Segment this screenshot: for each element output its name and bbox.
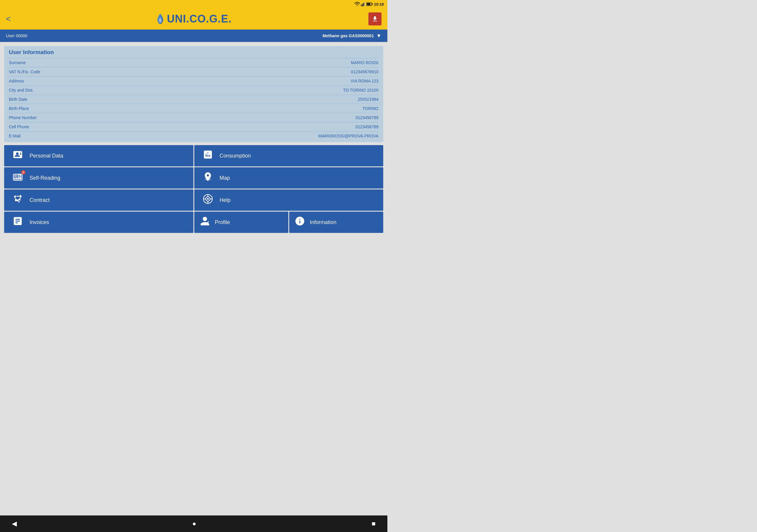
svg-rect-13 — [16, 178, 17, 179]
person-card-icon — [11, 149, 24, 162]
info-row: Address VIA ROMA 123 — [9, 76, 378, 85]
signal-icon — [361, 2, 365, 6]
self-reading-label: Self-Reading — [30, 175, 60, 181]
status-time: 10:18 — [374, 2, 384, 7]
logo-text: UNI.CO.G.E. — [167, 13, 231, 25]
contract-label-menu: Contract — [30, 197, 50, 203]
info-value: 25/01/1994 — [358, 97, 378, 102]
svg-point-9 — [209, 151, 211, 153]
svg-rect-12 — [14, 178, 16, 179]
notification-badge: 0 — [21, 170, 25, 174]
info-label: City and Dist. — [9, 88, 33, 93]
consumption-label: Consumption — [220, 153, 251, 159]
dropdown-arrow-icon[interactable]: ▼ — [376, 33, 381, 39]
menu-item-help[interactable]: Help — [194, 190, 383, 211]
sub-header: User 00000 Methane gas GAS0000001 ▼ — [0, 30, 387, 42]
chart-bar-icon — [201, 149, 214, 162]
info-row: E-Mail MARIOROSSI@PROVA.PROVA — [9, 131, 378, 140]
svg-rect-1 — [362, 4, 363, 6]
info-value: TO TORINO 10100 — [343, 88, 378, 93]
svg-point-20 — [207, 198, 209, 200]
menu-grid: Personal Data Consumption — [4, 145, 383, 233]
svg-rect-5 — [367, 3, 370, 5]
download-icon — [371, 15, 378, 22]
info-rows: Surname MARIO ROSSI VAT N./Fis. Code 012… — [9, 58, 378, 140]
info-value: 0123456789 — [355, 124, 378, 129]
info-label: Phone Number — [9, 115, 37, 120]
info-row: Birth Place TORINO — [9, 104, 378, 113]
svg-rect-0 — [361, 4, 362, 6]
menu-item-information[interactable]: Information — [289, 212, 383, 233]
menu-bottom-right: Profile Information — [194, 212, 383, 233]
battery-icon — [366, 2, 373, 6]
svg-rect-3 — [365, 2, 365, 6]
info-value: MARIOROSSI@PROVA.PROVA — [318, 133, 378, 138]
info-label: Cell Phone — [9, 124, 29, 129]
info-label: Surname — [9, 60, 26, 65]
menu-item-personal-data[interactable]: Personal Data — [4, 145, 194, 166]
info-row: Birth Date 25/01/1994 — [9, 95, 378, 104]
info-value: TORINO — [363, 106, 378, 111]
menu-item-invoices[interactable]: Invoices — [4, 212, 194, 233]
svg-point-7 — [205, 153, 207, 154]
svg-rect-15 — [19, 178, 21, 179]
svg-point-8 — [207, 153, 208, 155]
header: < UNI.CO.G.E. — [0, 8, 387, 30]
profile-label: Profile — [215, 219, 230, 225]
info-label: E-Mail — [9, 133, 21, 138]
information-label: Information — [310, 219, 337, 225]
wifi-icon — [354, 2, 360, 6]
download-button[interactable] — [369, 13, 381, 25]
svg-rect-14 — [18, 178, 19, 179]
invoice-icon — [11, 216, 24, 229]
contract-label: Methane gas GAS0000001 — [322, 33, 374, 38]
info-label: VAT N./Fis. Code — [9, 70, 41, 74]
user-info-title: User Information — [9, 49, 378, 56]
status-bar: 10:18 — [0, 0, 387, 8]
info-row: Phone Number 0123456789 — [9, 113, 378, 122]
info-value: 0123456789 — [355, 115, 378, 120]
help-circle-icon — [201, 193, 214, 207]
user-info-panel: User Information Surname MARIO ROSSI VAT… — [4, 46, 383, 142]
info-label: Birth Date — [9, 97, 27, 102]
info-value: VIA ROMA 123 — [351, 79, 378, 83]
info-label: Birth Place — [9, 106, 29, 111]
help-label: Help — [220, 197, 231, 203]
info-row: Surname MARIO ROSSI — [9, 58, 378, 67]
map-pin-icon — [201, 171, 214, 185]
info-value: MARIO ROSSI — [351, 60, 378, 65]
contract-info: Methane gas GAS0000001 ▼ — [322, 33, 381, 39]
map-label: Map — [220, 175, 230, 181]
info-row: Cell Phone 0123456789 — [9, 122, 378, 131]
status-icons: 10:18 — [354, 2, 384, 7]
svg-rect-11 — [14, 175, 17, 177]
info-circle-icon — [293, 216, 306, 229]
info-label: Address — [9, 79, 24, 83]
menu-item-profile[interactable]: Profile — [194, 212, 288, 233]
invoices-label: Invoices — [30, 219, 49, 225]
handshake-icon — [11, 193, 24, 207]
back-button[interactable]: < — [6, 14, 11, 24]
personal-data-label: Personal Data — [30, 153, 63, 159]
logo: UNI.CO.G.E. — [156, 13, 231, 25]
info-row: City and Dist. TO TORINO 10100 — [9, 85, 378, 95]
svg-rect-6 — [372, 4, 373, 5]
menu-item-map[interactable]: Map — [194, 167, 383, 189]
menu-item-self-reading[interactable]: 0 Self-Reading — [4, 167, 194, 189]
menu-item-contract[interactable]: Contract — [4, 190, 194, 211]
info-value: 012345678910 — [351, 70, 378, 74]
user-label: User 00000 — [6, 33, 27, 38]
logo-flame-icon — [156, 13, 165, 25]
svg-rect-2 — [363, 3, 364, 6]
menu-item-consumption[interactable]: Consumption — [194, 145, 383, 166]
info-row: VAT N./Fis. Code 012345678910 — [9, 67, 378, 76]
meter-icon: 0 — [11, 171, 24, 185]
person-edit-icon — [198, 216, 211, 229]
